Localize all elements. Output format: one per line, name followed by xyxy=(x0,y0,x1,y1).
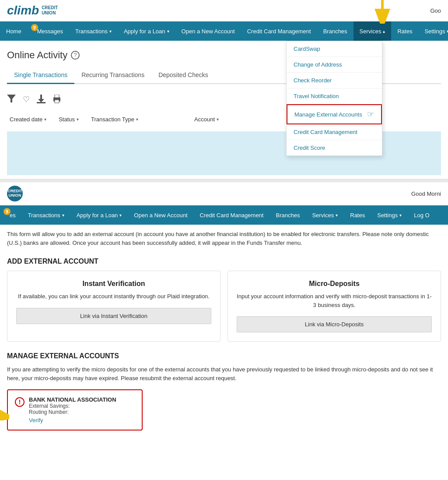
micro-card-desc: Input your account information and verif… xyxy=(237,292,432,309)
instant-card-desc: If available, you can link your account … xyxy=(16,292,211,301)
download-icon[interactable] xyxy=(37,95,46,106)
arrow-indicator-top xyxy=(369,0,396,25)
svg-rect-7 xyxy=(55,95,59,98)
logo-text: climb xyxy=(7,4,39,18)
bottom-nav: 9 es Transactions ▾ Apply for a Loan ▾ O… xyxy=(0,205,448,225)
user-greeting-top: Goo xyxy=(430,7,441,14)
tab-single-transactions[interactable]: Single Transactions xyxy=(7,68,74,84)
bottom-nav-settings[interactable]: Settings ▾ xyxy=(371,205,408,225)
svg-point-9 xyxy=(59,99,60,100)
tab-deposited-checks[interactable]: Deposited Checks xyxy=(151,68,215,84)
filter-status[interactable]: Status ▾ xyxy=(56,114,81,124)
bank-account-card: ! BANK NATIONAL ASSOCIATION External Sav… xyxy=(7,389,143,431)
add-external-heading: ADD EXTERNAL ACCOUNT xyxy=(7,258,441,265)
bottom-settings-chevron: ▾ xyxy=(399,213,402,218)
created-date-chevron: ▾ xyxy=(44,117,46,122)
dropdown-manage-external[interactable]: Manage External Accounts ☞ xyxy=(287,104,382,124)
bottom-logo-circle: CREDIT UNION xyxy=(7,186,23,201)
svg-marker-4 xyxy=(38,99,44,102)
top-section: climb CREDIT UNION Goo Home 9 Messages T… xyxy=(0,0,448,175)
nav-open-account[interactable]: Open a New Account xyxy=(175,21,241,41)
section-divider xyxy=(0,179,448,182)
nav-settings[interactable]: Settings ▾ xyxy=(418,21,448,41)
bottom-apply-loan-chevron: ▾ xyxy=(119,213,122,218)
filter-created-date[interactable]: Created date ▾ xyxy=(7,114,49,124)
nav-apply-loan[interactable]: Apply for a Loan ▾ xyxy=(118,21,175,41)
bottom-section: CREDIT UNION Good Morni 9 es Transaction… xyxy=(0,182,448,439)
bottom-nav-apply-loan[interactable]: Apply for a Loan ▾ xyxy=(70,205,128,225)
services-dropdown: CardSwap Change of Address Check Reorder… xyxy=(286,41,382,156)
dropdown-cardswap[interactable]: CardSwap xyxy=(287,41,382,57)
nav-branches[interactable]: Branches xyxy=(317,21,354,41)
verify-link[interactable]: Verify xyxy=(29,417,116,424)
arrow-indicator-bottom xyxy=(0,385,9,422)
status-chevron: ▾ xyxy=(77,117,79,122)
intro-text: This form will allow you to add an exter… xyxy=(7,225,441,251)
transaction-type-chevron: ▾ xyxy=(136,117,138,122)
bottom-nav-rates[interactable]: Rates xyxy=(344,205,371,225)
tab-recurring-transactions[interactable]: Recurring Transactions xyxy=(74,68,151,84)
dropdown-credit-score[interactable]: Credit Score xyxy=(287,140,382,155)
services-chevron: ▴ xyxy=(383,29,385,34)
dropdown-change-address[interactable]: Change of Address xyxy=(287,57,382,73)
bottom-services-chevron: ▾ xyxy=(336,213,338,218)
heart-icon[interactable]: ♡ xyxy=(23,95,30,106)
bottom-logo-bar: CREDIT UNION Good Morni xyxy=(0,182,448,205)
nav-home[interactable]: Home xyxy=(0,21,28,41)
dropdown-travel-notification[interactable]: Travel Notification xyxy=(287,88,382,104)
bottom-badge: 9 xyxy=(4,208,10,215)
manage-external-heading: MANAGE EXTERNAL ACCOUNTS xyxy=(7,352,441,360)
instant-verification-card: Instant Verification If available, you c… xyxy=(7,271,220,342)
account-card-header: ! BANK NATIONAL ASSOCIATION External Sav… xyxy=(15,396,135,424)
logo-sub: CREDIT UNION xyxy=(42,5,58,16)
account-card-wrapper: ! BANK NATIONAL ASSOCIATION External Sav… xyxy=(7,389,143,431)
account-type: External Savings: xyxy=(29,403,116,409)
bank-name: BANK NATIONAL ASSOCIATION xyxy=(29,396,116,403)
nav-services[interactable]: Services ▴ xyxy=(354,21,392,41)
bottom-user-greeting: Good Morni xyxy=(411,191,441,197)
cursor-icon: ☞ xyxy=(367,109,374,119)
account-chevron: ▾ xyxy=(217,117,219,122)
bottom-nav-logout[interactable]: Log O xyxy=(408,205,435,225)
svg-marker-2 xyxy=(7,95,16,102)
nav-transactions[interactable]: Transactions ▾ xyxy=(69,21,118,41)
nav-messages[interactable]: 9 Messages xyxy=(28,21,69,41)
bottom-logo-left: CREDIT UNION xyxy=(7,186,23,201)
bottom-nav-transactions[interactable]: Transactions ▾ xyxy=(22,205,70,225)
messages-badge: 9 xyxy=(31,24,38,31)
manage-desc: If you are attempting to verify the micr… xyxy=(7,365,441,382)
cards-grid: Instant Verification If available, you c… xyxy=(7,271,441,342)
routing-number: Routing Number: xyxy=(29,409,116,415)
help-icon[interactable]: ? xyxy=(71,51,80,60)
nav-credit-card[interactable]: Credit Card Management xyxy=(241,21,317,41)
instant-verification-button[interactable]: Link via Instant Verification xyxy=(16,308,211,324)
bottom-nav-branches[interactable]: Branches xyxy=(270,205,306,225)
top-nav: Home 9 Messages Transactions ▾ Apply for… xyxy=(0,21,448,41)
apply-loan-chevron: ▾ xyxy=(167,29,169,34)
bottom-nav-services[interactable]: Services ▾ xyxy=(306,205,344,225)
bottom-nav-open-account[interactable]: Open a New Account xyxy=(128,205,193,225)
bottom-logo-sub: CREDIT UNION xyxy=(7,189,22,198)
micro-deposits-card: Micro-Deposits Input your account inform… xyxy=(228,271,441,342)
filter-account[interactable]: Account ▾ xyxy=(192,114,221,124)
warning-icon: ! xyxy=(15,397,24,407)
bottom-main-content: This form will allow you to add an exter… xyxy=(0,225,448,439)
svg-rect-8 xyxy=(55,100,59,103)
instant-card-title: Instant Verification xyxy=(16,280,211,288)
filter-transaction-type[interactable]: Transaction Type ▾ xyxy=(88,114,141,124)
dropdown-cc-management[interactable]: Credit Card Management xyxy=(287,124,382,140)
filter-icon[interactable] xyxy=(7,95,16,106)
logo-area: climb CREDIT UNION xyxy=(7,4,58,18)
micro-card-title: Micro-Deposits xyxy=(237,280,432,288)
micro-deposits-button[interactable]: Link via Micro-Deposits xyxy=(237,316,432,332)
dropdown-check-reorder[interactable]: Check Reorder xyxy=(287,73,382,88)
svg-rect-5 xyxy=(37,102,46,103)
bottom-nav-credit-card[interactable]: Credit Card Management xyxy=(194,205,270,225)
bottom-transactions-chevron: ▾ xyxy=(62,213,64,218)
transactions-chevron: ▾ xyxy=(109,29,112,34)
print-icon[interactable] xyxy=(52,95,61,106)
bottom-nav-es[interactable]: 9 es xyxy=(0,205,22,225)
account-info: BANK NATIONAL ASSOCIATION External Savin… xyxy=(29,396,116,424)
